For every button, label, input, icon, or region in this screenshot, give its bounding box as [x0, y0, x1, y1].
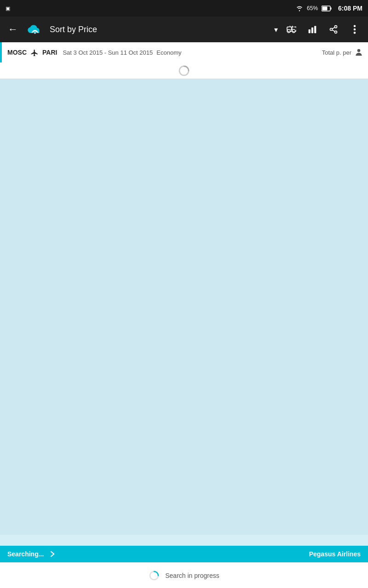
battery-icon — [322, 6, 332, 11]
svg-rect-6 — [309, 29, 310, 33]
sort-dropdown-arrow[interactable]: ▾ — [274, 25, 278, 34]
main-content — [0, 79, 368, 535]
bottom-status-bar: Search in progress — [0, 562, 368, 588]
airline-label: Pegasus Airlines — [309, 550, 361, 558]
back-arrow-icon: ← — [8, 23, 18, 35]
plane-icon — [30, 49, 39, 56]
svg-rect-7 — [311, 28, 313, 34]
share-icon — [329, 25, 338, 34]
dates-text: Sat 3 Oct 2015 - Sun 11 Oct 2015 — [63, 49, 153, 56]
chart-icon — [308, 25, 317, 34]
svg-point-16 — [354, 32, 356, 34]
search-progress-bar: Searching... Pegasus Airlines — [0, 546, 368, 562]
cabin-text: Economy — [156, 49, 181, 56]
status-bar: ▣ 65% 6:08 PM — [0, 0, 368, 17]
svg-rect-2 — [322, 6, 328, 10]
binoculars-icon — [286, 25, 296, 34]
svg-line-12 — [332, 30, 335, 31]
status-time: 6:08 PM — [338, 5, 362, 12]
back-button[interactable]: ← — [4, 20, 22, 39]
person-icon — [355, 48, 362, 57]
app-logo — [26, 21, 44, 38]
route-destination: PARI — [42, 49, 57, 56]
share-button[interactable] — [324, 20, 343, 39]
bottom-spinner — [149, 570, 160, 581]
battery-percent: 65% — [307, 5, 318, 11]
progress-arrow-icon — [47, 549, 57, 559]
loading-area — [0, 62, 368, 79]
svg-point-15 — [354, 28, 356, 31]
binoculars-button[interactable] — [282, 20, 301, 39]
logo-svg — [26, 22, 44, 37]
svg-rect-1 — [331, 7, 332, 10]
search-in-progress-text: Search in progress — [165, 572, 219, 579]
search-info-bar: MOSC PARI Sat 3 Oct 2015 - Sun 11 Oct 20… — [0, 42, 368, 62]
more-button[interactable] — [345, 20, 364, 39]
svg-point-14 — [354, 25, 356, 27]
sort-label: Sort by Price — [50, 25, 269, 34]
chart-button[interactable] — [303, 20, 322, 39]
app-bar: ← Sort by Price ▾ — [0, 17, 368, 42]
svg-point-17 — [357, 49, 361, 52]
searching-label: Searching... — [7, 550, 44, 558]
svg-line-13 — [332, 27, 335, 28]
svg-point-11 — [335, 31, 337, 33]
svg-rect-8 — [314, 26, 316, 34]
svg-point-9 — [335, 26, 337, 28]
svg-point-10 — [330, 28, 333, 31]
screen-icon: ▣ — [6, 6, 10, 11]
toolbar-icons — [282, 20, 364, 39]
wifi-icon — [296, 5, 303, 11]
total-label: Total p. per — [322, 49, 351, 56]
svg-point-3 — [34, 32, 35, 34]
more-icon — [353, 24, 356, 34]
status-bar-left: ▣ — [6, 6, 292, 11]
loading-spinner — [178, 65, 190, 76]
route-origin: MOSC — [7, 49, 27, 56]
